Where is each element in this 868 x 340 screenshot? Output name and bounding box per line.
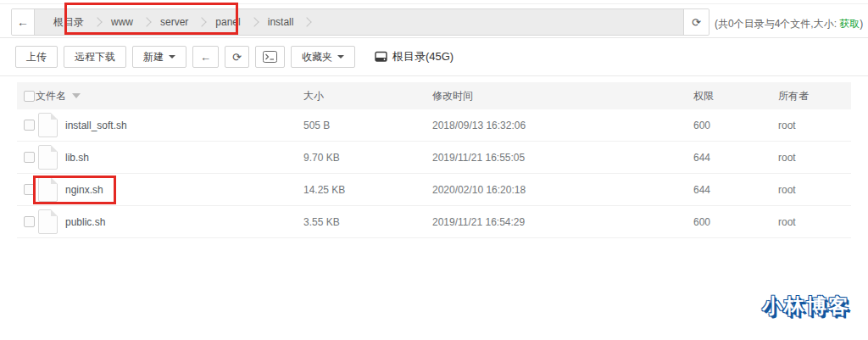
file-perm: 644: [693, 152, 778, 164]
refresh-icon: ⟳: [692, 16, 701, 29]
chevron-right-icon: [198, 17, 207, 26]
breadcrumb-item-install[interactable]: install: [260, 16, 302, 28]
file-name[interactable]: public.sh: [65, 216, 105, 228]
new-dropdown-button[interactable]: 新建: [132, 46, 186, 68]
table-row[interactable]: lib.sh 9.70 KB 2019/11/21 16:55:05 644 r…: [17, 142, 851, 174]
file-size: 3.55 KB: [303, 216, 432, 228]
breadcrumb-control: ← 根目录 www server panel install ⟳: [11, 8, 709, 36]
file-icon: [38, 209, 58, 234]
file-name[interactable]: install_soft.sh: [65, 120, 127, 131]
file-owner: root: [778, 184, 851, 196]
file-mtime: 2019/11/21 16:55:05: [432, 152, 693, 164]
file-size: 9.70 KB: [303, 152, 432, 164]
calc-size-link[interactable]: 获取: [839, 18, 860, 30]
toolbar: 上传 远程下载 新建 ← ⟳ 收藏夹: [15, 46, 453, 68]
toolbar-back-button[interactable]: ←: [192, 46, 219, 68]
breadcrumb-bar: ← 根目录 www server panel install ⟳ (共0个目录与…: [0, 3, 868, 38]
caret-down-icon: [169, 55, 175, 59]
file-icon: [38, 177, 58, 202]
chevron-right-icon: [142, 17, 151, 26]
chevron-right-icon: [92, 17, 102, 26]
file-size: 14.25 KB: [303, 184, 432, 196]
file-owner: root: [778, 152, 851, 164]
new-button-label: 新建: [143, 50, 164, 64]
file-icon: [38, 145, 58, 170]
sort-down-icon: [72, 93, 81, 98]
file-name-cell[interactable]: nginx.sh: [36, 177, 303, 202]
breadcrumb-item-root[interactable]: 根目录: [46, 15, 92, 30]
file-mtime: 2018/09/13 16:32:06: [432, 120, 693, 131]
favorites-dropdown-button[interactable]: 收藏夹: [291, 46, 355, 68]
disk-icon: [375, 51, 387, 63]
file-name-cell[interactable]: lib.sh: [36, 145, 303, 170]
table-row[interactable]: public.sh 3.55 KB 2019/11/21 16:54:29 60…: [17, 206, 851, 238]
file-name-cell[interactable]: public.sh: [36, 209, 303, 234]
filename-header-label: 文件名: [36, 89, 66, 103]
remote-download-button[interactable]: 远程下载: [64, 46, 126, 68]
breadcrumb-item-panel[interactable]: panel: [208, 16, 248, 28]
column-header-owner[interactable]: 所有者: [778, 89, 851, 103]
table-row[interactable]: install_soft.sh 505 B 2018/09/13 16:32:0…: [17, 109, 851, 142]
stats-text: (共0个目录与4个文件,大小:: [715, 18, 839, 30]
file-mtime: 2019/11/21 16:54:29: [432, 216, 693, 228]
favorites-label: 收藏夹: [302, 50, 332, 64]
disk-label: 根目录(45G): [392, 49, 453, 64]
file-name-cell[interactable]: install_soft.sh: [36, 113, 303, 137]
row-checkbox[interactable]: [24, 184, 35, 195]
table-row-nginx[interactable]: nginx.sh 14.25 KB 2020/02/10 16:20:18 64…: [17, 174, 851, 206]
back-arrow-icon: ←: [200, 51, 211, 64]
terminal-button[interactable]: [255, 46, 285, 68]
disk-info[interactable]: 根目录(45G): [375, 49, 453, 64]
refresh-icon: ⟳: [232, 51, 242, 64]
file-owner: root: [778, 120, 851, 131]
file-name[interactable]: nginx.sh: [65, 184, 103, 196]
file-perm: 600: [693, 120, 778, 131]
caret-down-icon: [337, 55, 344, 59]
remote-download-label: 远程下载: [75, 50, 115, 64]
select-all-checkbox[interactable]: [24, 91, 35, 102]
upload-button-label: 上传: [26, 50, 47, 64]
stats-text-suffix: ): [860, 18, 863, 30]
chevron-right-icon: [303, 17, 312, 26]
breadcrumb-item-www[interactable]: www: [103, 16, 141, 28]
directory-stats: (共0个目录与4个文件,大小: 获取): [715, 17, 863, 31]
back-arrow-icon: ←: [17, 15, 29, 29]
section-divider: [0, 75, 868, 76]
row-checkbox[interactable]: [24, 120, 35, 131]
breadcrumb: 根目录 www server panel install: [35, 9, 313, 35]
file-owner: root: [778, 216, 851, 228]
file-name[interactable]: lib.sh: [65, 152, 89, 164]
column-header-perm[interactable]: 权限: [693, 89, 778, 103]
row-checkbox[interactable]: [24, 216, 35, 227]
table-header-row: 文件名 大小 修改时间 权限 所有者: [17, 82, 851, 109]
chevron-right-icon: [249, 17, 259, 26]
file-table: 文件名 大小 修改时间 权限 所有者 install_soft.sh 505 B…: [17, 82, 851, 238]
column-header-size[interactable]: 大小: [303, 89, 432, 103]
file-manager-page: ← 根目录 www server panel install ⟳ (共0个目录与…: [0, 0, 868, 340]
path-refresh-button[interactable]: ⟳: [683, 9, 709, 35]
file-perm: 600: [693, 216, 778, 228]
upload-button[interactable]: 上传: [15, 46, 58, 68]
column-header-mtime[interactable]: 修改时间: [432, 89, 693, 103]
file-icon: [38, 113, 58, 137]
file-mtime: 2020/02/10 16:20:18: [432, 184, 693, 196]
terminal-icon: [263, 51, 277, 63]
breadcrumb-back-button[interactable]: ←: [12, 9, 35, 35]
file-size: 505 B: [303, 120, 432, 131]
file-perm: 644: [693, 184, 778, 196]
watermark: 小林博客: [762, 293, 850, 320]
column-header-filename[interactable]: 文件名: [36, 89, 303, 103]
breadcrumb-item-server[interactable]: server: [153, 16, 196, 28]
row-checkbox[interactable]: [24, 152, 35, 163]
toolbar-refresh-button[interactable]: ⟳: [225, 46, 249, 68]
